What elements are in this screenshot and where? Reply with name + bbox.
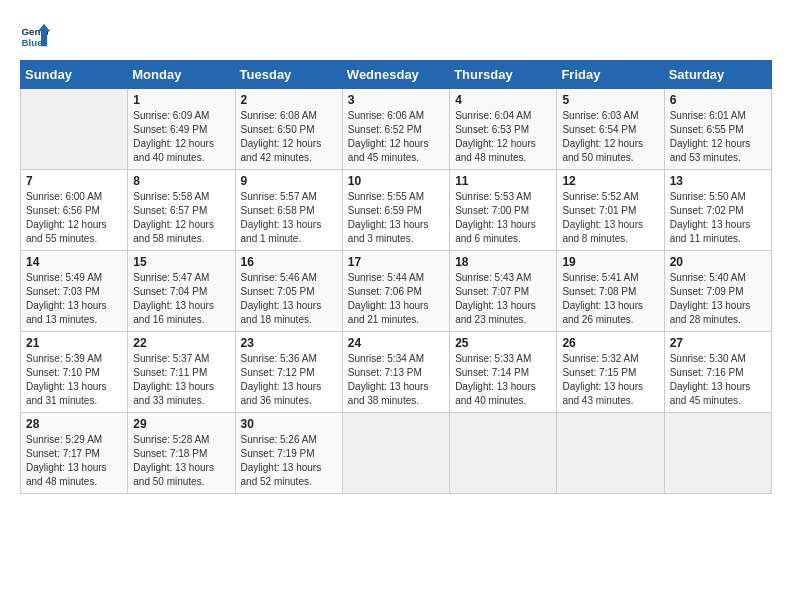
weekday-header-monday: Monday: [128, 61, 235, 89]
sunset-label: Sunset: 6:55 PM: [670, 124, 744, 135]
sunset-label: Sunset: 7:08 PM: [562, 286, 636, 297]
daylight-label: Daylight: 12 hours and 45 minutes.: [348, 138, 429, 163]
calendar-cell: 13 Sunrise: 5:50 AM Sunset: 7:02 PM Dayl…: [664, 170, 771, 251]
daylight-label: Daylight: 13 hours and 11 minutes.: [670, 219, 751, 244]
daylight-label: Daylight: 13 hours and 16 minutes.: [133, 300, 214, 325]
sunset-label: Sunset: 7:10 PM: [26, 367, 100, 378]
daylight-label: Daylight: 13 hours and 8 minutes.: [562, 219, 643, 244]
daylight-label: Daylight: 13 hours and 21 minutes.: [348, 300, 429, 325]
calendar-cell: 30 Sunrise: 5:26 AM Sunset: 7:19 PM Dayl…: [235, 413, 342, 494]
calendar-cell: [450, 413, 557, 494]
calendar-cell: 28 Sunrise: 5:29 AM Sunset: 7:17 PM Dayl…: [21, 413, 128, 494]
sunrise-label: Sunrise: 5:33 AM: [455, 353, 531, 364]
day-info: Sunrise: 5:47 AM Sunset: 7:04 PM Dayligh…: [133, 271, 229, 327]
day-number: 11: [455, 174, 551, 188]
sunrise-label: Sunrise: 5:49 AM: [26, 272, 102, 283]
sunset-label: Sunset: 7:15 PM: [562, 367, 636, 378]
daylight-label: Daylight: 13 hours and 1 minute.: [241, 219, 322, 244]
sunset-label: Sunset: 6:50 PM: [241, 124, 315, 135]
sunrise-label: Sunrise: 6:00 AM: [26, 191, 102, 202]
day-number: 14: [26, 255, 122, 269]
sunrise-label: Sunrise: 5:32 AM: [562, 353, 638, 364]
day-number: 13: [670, 174, 766, 188]
daylight-label: Daylight: 13 hours and 33 minutes.: [133, 381, 214, 406]
day-info: Sunrise: 5:39 AM Sunset: 7:10 PM Dayligh…: [26, 352, 122, 408]
sunrise-label: Sunrise: 5:50 AM: [670, 191, 746, 202]
day-number: 5: [562, 93, 658, 107]
week-row-2: 7 Sunrise: 6:00 AM Sunset: 6:56 PM Dayli…: [21, 170, 772, 251]
day-info: Sunrise: 5:46 AM Sunset: 7:05 PM Dayligh…: [241, 271, 337, 327]
day-number: 12: [562, 174, 658, 188]
weekday-header-saturday: Saturday: [664, 61, 771, 89]
daylight-label: Daylight: 13 hours and 36 minutes.: [241, 381, 322, 406]
calendar-cell: 27 Sunrise: 5:30 AM Sunset: 7:16 PM Dayl…: [664, 332, 771, 413]
calendar-cell: 26 Sunrise: 5:32 AM Sunset: 7:15 PM Dayl…: [557, 332, 664, 413]
sunset-label: Sunset: 7:19 PM: [241, 448, 315, 459]
day-number: 24: [348, 336, 444, 350]
day-info: Sunrise: 5:37 AM Sunset: 7:11 PM Dayligh…: [133, 352, 229, 408]
sunrise-label: Sunrise: 5:40 AM: [670, 272, 746, 283]
calendar-cell: 9 Sunrise: 5:57 AM Sunset: 6:58 PM Dayli…: [235, 170, 342, 251]
calendar-cell: 3 Sunrise: 6:06 AM Sunset: 6:52 PM Dayli…: [342, 89, 449, 170]
daylight-label: Daylight: 13 hours and 38 minutes.: [348, 381, 429, 406]
day-info: Sunrise: 5:44 AM Sunset: 7:06 PM Dayligh…: [348, 271, 444, 327]
daylight-label: Daylight: 13 hours and 18 minutes.: [241, 300, 322, 325]
calendar-cell: 12 Sunrise: 5:52 AM Sunset: 7:01 PM Dayl…: [557, 170, 664, 251]
daylight-label: Daylight: 12 hours and 55 minutes.: [26, 219, 107, 244]
day-number: 3: [348, 93, 444, 107]
sunset-label: Sunset: 7:14 PM: [455, 367, 529, 378]
calendar-cell: [342, 413, 449, 494]
calendar-cell: 20 Sunrise: 5:40 AM Sunset: 7:09 PM Dayl…: [664, 251, 771, 332]
sunset-label: Sunset: 7:03 PM: [26, 286, 100, 297]
day-info: Sunrise: 5:32 AM Sunset: 7:15 PM Dayligh…: [562, 352, 658, 408]
week-row-1: 1 Sunrise: 6:09 AM Sunset: 6:49 PM Dayli…: [21, 89, 772, 170]
weekday-header-thursday: Thursday: [450, 61, 557, 89]
week-row-3: 14 Sunrise: 5:49 AM Sunset: 7:03 PM Dayl…: [21, 251, 772, 332]
logo: General Blue: [20, 20, 54, 50]
sunset-label: Sunset: 7:13 PM: [348, 367, 422, 378]
day-number: 26: [562, 336, 658, 350]
sunrise-label: Sunrise: 6:03 AM: [562, 110, 638, 121]
calendar-cell: 11 Sunrise: 5:53 AM Sunset: 7:00 PM Dayl…: [450, 170, 557, 251]
day-number: 17: [348, 255, 444, 269]
day-number: 18: [455, 255, 551, 269]
sunset-label: Sunset: 7:00 PM: [455, 205, 529, 216]
day-info: Sunrise: 6:09 AM Sunset: 6:49 PM Dayligh…: [133, 109, 229, 165]
day-info: Sunrise: 6:01 AM Sunset: 6:55 PM Dayligh…: [670, 109, 766, 165]
daylight-label: Daylight: 12 hours and 40 minutes.: [133, 138, 214, 163]
day-info: Sunrise: 5:49 AM Sunset: 7:03 PM Dayligh…: [26, 271, 122, 327]
sunrise-label: Sunrise: 6:01 AM: [670, 110, 746, 121]
sunrise-label: Sunrise: 5:37 AM: [133, 353, 209, 364]
calendar-cell: 19 Sunrise: 5:41 AM Sunset: 7:08 PM Dayl…: [557, 251, 664, 332]
calendar-cell: 2 Sunrise: 6:08 AM Sunset: 6:50 PM Dayli…: [235, 89, 342, 170]
calendar-cell: 21 Sunrise: 5:39 AM Sunset: 7:10 PM Dayl…: [21, 332, 128, 413]
calendar-cell: 29 Sunrise: 5:28 AM Sunset: 7:18 PM Dayl…: [128, 413, 235, 494]
day-number: 7: [26, 174, 122, 188]
day-info: Sunrise: 5:41 AM Sunset: 7:08 PM Dayligh…: [562, 271, 658, 327]
day-number: 27: [670, 336, 766, 350]
daylight-label: Daylight: 13 hours and 48 minutes.: [26, 462, 107, 487]
weekday-header-wednesday: Wednesday: [342, 61, 449, 89]
sunrise-label: Sunrise: 5:26 AM: [241, 434, 317, 445]
sunset-label: Sunset: 6:58 PM: [241, 205, 315, 216]
sunset-label: Sunset: 7:07 PM: [455, 286, 529, 297]
calendar-cell: 10 Sunrise: 5:55 AM Sunset: 6:59 PM Dayl…: [342, 170, 449, 251]
sunrise-label: Sunrise: 6:09 AM: [133, 110, 209, 121]
calendar-cell: 14 Sunrise: 5:49 AM Sunset: 7:03 PM Dayl…: [21, 251, 128, 332]
day-number: 29: [133, 417, 229, 431]
daylight-label: Daylight: 13 hours and 26 minutes.: [562, 300, 643, 325]
day-number: 15: [133, 255, 229, 269]
daylight-label: Daylight: 13 hours and 45 minutes.: [670, 381, 751, 406]
sunrise-label: Sunrise: 5:36 AM: [241, 353, 317, 364]
sunset-label: Sunset: 7:01 PM: [562, 205, 636, 216]
sunrise-label: Sunrise: 5:34 AM: [348, 353, 424, 364]
sunset-label: Sunset: 7:04 PM: [133, 286, 207, 297]
day-number: 21: [26, 336, 122, 350]
svg-text:Blue: Blue: [22, 37, 44, 48]
day-number: 16: [241, 255, 337, 269]
day-info: Sunrise: 5:34 AM Sunset: 7:13 PM Dayligh…: [348, 352, 444, 408]
weekday-header-sunday: Sunday: [21, 61, 128, 89]
sunrise-label: Sunrise: 5:53 AM: [455, 191, 531, 202]
logo-icon: General Blue: [20, 20, 50, 50]
sunrise-label: Sunrise: 5:58 AM: [133, 191, 209, 202]
